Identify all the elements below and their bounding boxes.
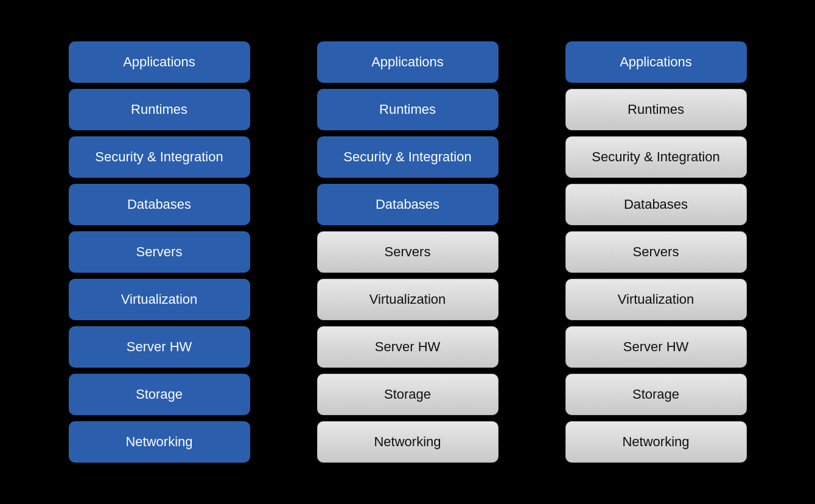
tile-col3-row2[interactable]: Runtimes <box>565 89 747 130</box>
tile-col2-row9[interactable]: Networking <box>317 421 498 463</box>
tile-col1-row9[interactable]: Networking <box>69 421 250 463</box>
tile-col2-row2[interactable]: Runtimes <box>317 89 498 130</box>
tile-col2-row6[interactable]: Virtualization <box>317 279 498 320</box>
tile-col1-row5[interactable]: Servers <box>69 231 250 273</box>
tile-col1-row3[interactable]: Security & Integration <box>69 136 250 178</box>
tile-col3-row7[interactable]: Server HW <box>565 326 747 368</box>
tile-col1-row7[interactable]: Server HW <box>69 326 250 368</box>
tile-col1-row4[interactable]: Databases <box>69 184 250 225</box>
tile-col1-row8[interactable]: Storage <box>69 374 250 415</box>
tile-col2-row7[interactable]: Server HW <box>317 326 498 368</box>
stack-1: ApplicationsRuntimesSecurity & Integrati… <box>69 41 250 463</box>
tile-col3-row4[interactable]: Databases <box>565 184 747 225</box>
tile-col3-row3[interactable]: Security & Integration <box>565 136 747 178</box>
tile-col1-row6[interactable]: Virtualization <box>69 279 250 320</box>
tile-col2-row4[interactable]: Databases <box>317 184 498 225</box>
tile-col2-row5[interactable]: Servers <box>317 231 498 273</box>
tile-col2-row3[interactable]: Security & Integration <box>317 136 498 178</box>
stack-2: ApplicationsRuntimesSecurity & Integrati… <box>317 41 498 463</box>
tile-col3-row9[interactable]: Networking <box>565 421 747 463</box>
tile-col3-row6[interactable]: Virtualization <box>565 279 747 320</box>
tile-col3-row1[interactable]: Applications <box>565 41 747 83</box>
stack-3: ApplicationsRuntimesSecurity & Integrati… <box>565 41 747 463</box>
tile-col1-row2[interactable]: Runtimes <box>69 89 250 130</box>
columns-container: ApplicationsRuntimesSecurity & Integrati… <box>69 41 747 463</box>
tile-col2-row1[interactable]: Applications <box>317 41 498 83</box>
tile-col3-row5[interactable]: Servers <box>565 231 747 273</box>
tile-col3-row8[interactable]: Storage <box>565 374 747 415</box>
tile-col1-row1[interactable]: Applications <box>69 41 250 83</box>
tile-col2-row8[interactable]: Storage <box>317 374 498 415</box>
